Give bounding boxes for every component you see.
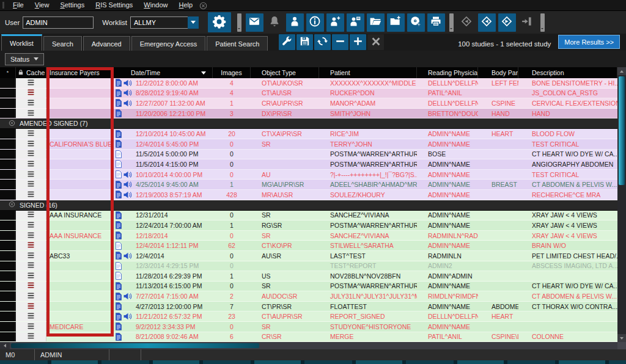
- vertical-scrollbar[interactable]: [617, 67, 626, 342]
- tab-emergency-access[interactable]: Emergency Access: [131, 36, 206, 51]
- reading-physician-cell: ADMIN^NAME: [417, 170, 478, 180]
- row-indicator: [0, 322, 16, 332]
- column-chooser-button[interactable]: *: [0, 67, 16, 78]
- column-header-patient[interactable]: Patient: [319, 67, 417, 78]
- menu-item-window[interactable]: Window: [138, 0, 173, 10]
- notifications-button: [266, 13, 284, 32]
- study-row[interactable]: 11/5/2014 5:00:00 PM0POSTMA^WARREN^ARTHU…: [0, 150, 617, 160]
- close-button[interactable]: [367, 34, 384, 50]
- datetime-cell: 11/5/2014 4:15:00 PM: [134, 159, 213, 169]
- report-signed-icon: [116, 333, 122, 341]
- column-header-insurance-payers[interactable]: Insurance Payers: [46, 67, 114, 78]
- print-button[interactable]: [427, 13, 445, 32]
- menu-item-file[interactable]: File: [7, 0, 29, 10]
- reading-physician-cell: ADMIN^NAME: [417, 139, 478, 149]
- reading-physician-cell: ADMIN^NAME: [417, 211, 478, 220]
- scroll-left-button[interactable]: [0, 342, 10, 349]
- info-circle-icon: [309, 15, 321, 29]
- scroll-down-button[interactable]: [617, 334, 626, 342]
- column-header-label: Date/Time: [131, 69, 160, 76]
- menu-item-ris-settings[interactable]: RIS Settings: [90, 0, 138, 10]
- patient-button[interactable]: [286, 13, 304, 32]
- remove-button[interactable]: [332, 34, 348, 50]
- refresh-button[interactable]: [314, 34, 331, 50]
- study-info-button[interactable]: [306, 13, 324, 32]
- new-patient-button[interactable]: [326, 13, 344, 32]
- horizontal-scrollbar[interactable]: [0, 342, 626, 349]
- tab-search[interactable]: Search: [43, 36, 82, 51]
- study-row[interactable]: AAA INSURANCE12/31/20140SRSANCHEZ^VIVIAN…: [0, 211, 617, 221]
- menu-item-view[interactable]: View: [29, 0, 55, 10]
- study-row[interactable]: 11/5/2014 4:15:00 PM0POSTMA^WARREN^ARTHU…: [0, 159, 617, 170]
- open-study-button[interactable]: [367, 13, 385, 32]
- study-row[interactable]: 4/25/2014 9:45:00 AM1MG\AU\PR\SRADEEL^SH…: [0, 180, 617, 190]
- menu-extra-icon[interactable]: [199, 1, 207, 9]
- study-row[interactable]: 12/27/2007 11:32:00 AM1CR\AU\PR\SRMANOR^…: [0, 98, 617, 109]
- description-cell: [518, 322, 617, 332]
- tab-advanced[interactable]: Advanced: [83, 36, 130, 51]
- column-header-reading-physician[interactable]: Reading Physician: [417, 67, 478, 78]
- study-row[interactable]: ABC3312/4/20140AU\SRLAST^TESTRADMINLNPET…: [0, 251, 617, 261]
- description-cell: CT THORAX W/O CONTRA...: [518, 302, 617, 311]
- tools-button[interactable]: [279, 34, 295, 50]
- worklist-dropdown-button[interactable]: [188, 16, 199, 29]
- insurance-cell: [46, 282, 114, 291]
- vertical-scroll-thumb[interactable]: [619, 76, 625, 185]
- study-row[interactable]: 7/27/2014 7:15:00 AM2AU\DOC\SRJULY31LN^J…: [0, 291, 617, 302]
- study-row[interactable]: 8/21/2008 9:02:46 AM6CR\SRMERGEPATIL^ANI…: [0, 332, 617, 342]
- object-type-cell: SR: [251, 322, 319, 332]
- route-send-button[interactable]: [478, 13, 496, 32]
- column-header-description[interactable]: Description: [518, 67, 617, 78]
- study-row[interactable]: 12/4/2014 1:12:11 PM62CT\KO\PRSTILWELL^S…: [0, 241, 617, 251]
- study-row[interactable]: 11/28/2014 6:29:39 PM1USNOV28BLN^NOV28BF…: [0, 271, 617, 282]
- more-results-button[interactable]: More Results >>: [558, 35, 620, 49]
- datetime-cell: 7/27/2014 7:15:00 AM: [134, 291, 213, 301]
- menu-item-settings[interactable]: Settings: [54, 0, 90, 10]
- menu-item-help[interactable]: Help: [173, 0, 198, 10]
- study-row[interactable]: CALIFORNIA'S BLUE...12/4/2014 5:45:00 PM…: [0, 139, 617, 150]
- insurance-cell: AAA INSURANCE: [46, 231, 114, 241]
- tab-worklist[interactable]: Worklist: [1, 34, 42, 51]
- column-header-images[interactable]: Images: [213, 67, 251, 78]
- report-draft-icon: [116, 160, 122, 168]
- worklist-select[interactable]: ALLMY: [130, 16, 199, 29]
- study-row[interactable]: 11/2/2012 8:00:00 AM4OT\AU\KO\SRXXXXXXX^…: [0, 78, 617, 89]
- study-table: *CacheInsurance PayersDate/TimeImagesObj…: [0, 67, 617, 342]
- column-header-object-type[interactable]: Object Type: [251, 67, 319, 78]
- study-row[interactable]: 4/27/2013 12:00:00 PM7CT\PR\SRFLOATTESTA…: [0, 302, 617, 312]
- group-header-amended-signed-7-[interactable]: AMENDED SIGNED (7): [0, 118, 617, 129]
- object-type-cell: RG\SR: [251, 220, 319, 230]
- tab-patient-search[interactable]: Patient Search: [207, 36, 268, 51]
- reading-physician-cell: RIMDLN^RIMDFN^S...: [417, 291, 478, 301]
- study-row[interactable]: AAA INSURANCE12/18/20140SRSANCHEZ^VIVIAN…: [0, 231, 617, 241]
- study-row[interactable]: 11/13/2014 6:15:00 PM0SRPOSTMA^WARREN^AR…: [0, 282, 617, 292]
- settings-button[interactable]: [208, 12, 231, 32]
- study-row[interactable]: MEDICARE9/2/2012 3:34:33 PM0SRSTUDYONE^H…: [0, 322, 617, 332]
- add-study-button[interactable]: [387, 13, 405, 32]
- add-button[interactable]: [350, 34, 366, 50]
- study-row[interactable]: 11/21/2012 6:57:32 PM23CT\AU\PR\SRREPORT…: [0, 311, 617, 322]
- column-header-cache[interactable]: Cache: [16, 67, 46, 78]
- study-row[interactable]: 11/20/2006 12:21:00 PM3DX\PR\SRSMITH^JOH…: [0, 109, 617, 119]
- study-row[interactable]: 12/19/2003 8:57:19 AM428MR\AU\SRSOULEZ/K…: [0, 190, 617, 200]
- horizontal-scroll-thumb[interactable]: [11, 343, 259, 348]
- study-row[interactable]: 12/10/2014 10:45:00 AM20CT\XA\PR\SRRICE^…: [0, 129, 617, 139]
- statusbar-mode: M0: [0, 349, 35, 360]
- study-row[interactable]: 10/10/2014 4:00:00 PM0AU?|-+----++++++++…: [0, 170, 617, 180]
- column-header-date-time[interactable]: Date/Time: [114, 67, 213, 78]
- study-row[interactable]: 8/28/2012 9:19:40 AM4CT\AU\SRRUCKER^DONP…: [0, 89, 617, 99]
- send-message-button[interactable]: [246, 13, 263, 32]
- study-row[interactable]: 12/24/2014 7:00:00 AM1RG\SRPOSTMA^WARREN…: [0, 220, 617, 231]
- user-label: User: [5, 19, 20, 26]
- patient-records-button[interactable]: [347, 13, 364, 32]
- user-input[interactable]: [23, 16, 94, 29]
- burn-disc-button[interactable]: [407, 13, 425, 32]
- study-row[interactable]: 12/3/2014 4:29:15 PM0TEST^REPORTADMIN2AB…: [0, 261, 617, 272]
- status-filter-button[interactable]: Status: [5, 53, 44, 65]
- save-button[interactable]: [296, 34, 313, 50]
- images-count-cell: 3: [213, 109, 251, 118]
- scroll-up-button[interactable]: [617, 67, 626, 75]
- route-forward-button[interactable]: [498, 13, 516, 32]
- group-header-signed-16-[interactable]: SIGNED (16): [0, 200, 617, 211]
- column-header-body-part[interactable]: Body Part: [478, 67, 518, 78]
